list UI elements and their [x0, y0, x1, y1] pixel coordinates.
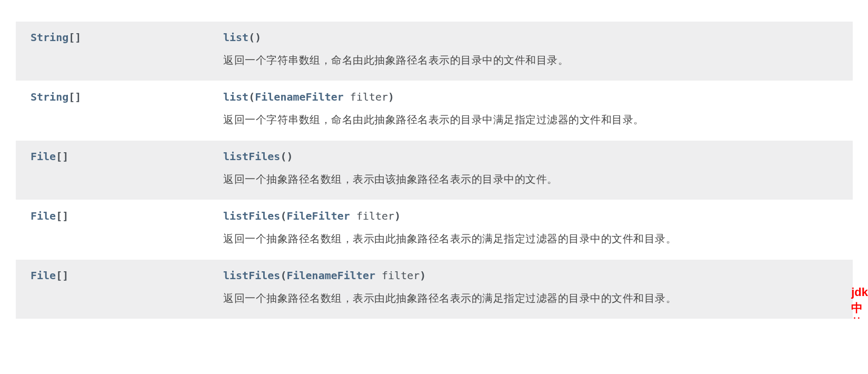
method-link[interactable]: list [223, 31, 248, 44]
param-name: filter [350, 210, 394, 222]
return-type-cell: String[] [31, 91, 223, 129]
table-row: File[]listFiles()返回一个抽象路径名数组，表示由该抽象路径名表示… [16, 140, 853, 200]
method-link[interactable]: listFiles [223, 150, 280, 163]
return-type-cell: File[] [31, 150, 223, 188]
method-link[interactable]: listFiles [223, 269, 280, 282]
paren-open: ( [248, 91, 255, 103]
return-type-suffix: [] [56, 269, 68, 282]
return-type-cell: File[] [31, 269, 223, 307]
table-row: File[]listFiles(FilenameFilter filter)返回… [16, 259, 853, 319]
return-type-link[interactable]: String [31, 91, 68, 103]
table-row: File[]listFiles(FileFilter filter)返回一个抽象… [16, 200, 853, 259]
sidebar-label: jdk 中 英 [851, 284, 868, 319]
method-cell: listFiles(FileFilter filter)返回一个抽象路径名数组，… [223, 210, 838, 248]
paren-open: ( [280, 150, 286, 163]
paren-close: ) [420, 269, 426, 282]
method-signature: listFiles(FilenameFilter filter) [223, 269, 838, 282]
method-signature: listFiles() [223, 150, 838, 163]
method-link[interactable]: list [223, 91, 248, 103]
return-type-suffix: [] [68, 91, 81, 103]
paren-close: ) [255, 31, 261, 44]
table-row: String[]list(FilenameFilter filter)返回一个字… [16, 81, 853, 140]
sidebar-line3: 英 [851, 316, 868, 319]
method-table: String[]list()返回一个字符串数组，命名由此抽象路径名表示的目录中的… [16, 21, 853, 319]
method-signature: listFiles(FileFilter filter) [223, 210, 838, 222]
table-row: String[]list()返回一个字符串数组，命名由此抽象路径名表示的目录中的… [16, 21, 853, 81]
return-type-link[interactable]: File [31, 150, 56, 163]
paren-open: ( [248, 31, 255, 44]
param-type-link[interactable]: FileFilter [286, 210, 350, 222]
paren-close: ) [286, 150, 293, 163]
param-type-link[interactable]: FilenameFilter [255, 91, 344, 103]
return-type-link[interactable]: String [31, 31, 68, 44]
return-type-link[interactable]: File [31, 269, 56, 282]
return-type-link[interactable]: File [31, 210, 56, 222]
method-description: 返回一个字符串数组，命名由此抽象路径名表示的目录中的文件和目录。 [223, 51, 771, 69]
return-type-cell: File[] [31, 210, 223, 248]
method-description: 返回一个字符串数组，命名由此抽象路径名表示的目录中满足指定过滤器的文件和目录。 [223, 111, 771, 129]
paren-close: ) [394, 210, 401, 222]
method-cell: list()返回一个字符串数组，命名由此抽象路径名表示的目录中的文件和目录。 [223, 31, 838, 69]
method-cell: listFiles(FilenameFilter filter)返回一个抽象路径… [223, 269, 838, 307]
method-link[interactable]: listFiles [223, 210, 280, 222]
return-type-cell: String[] [31, 31, 223, 69]
method-signature: list() [223, 31, 838, 44]
paren-close: ) [388, 91, 394, 103]
method-description: 返回一个抽象路径名数组，表示由此抽象路径名表示的满足指定过滤器的目录中的文件和目… [223, 230, 771, 248]
paren-open: ( [280, 210, 286, 222]
param-name: filter [344, 91, 388, 103]
method-cell: list(FilenameFilter filter)返回一个字符串数组，命名由… [223, 91, 838, 129]
return-type-suffix: [] [68, 31, 81, 44]
return-type-suffix: [] [56, 150, 68, 163]
method-signature: list(FilenameFilter filter) [223, 91, 838, 103]
method-description: 返回一个抽象路径名数组，表示由此抽象路径名表示的满足指定过滤器的目录中的文件和目… [223, 289, 771, 307]
param-name: filter [375, 269, 420, 282]
method-description: 返回一个抽象路径名数组，表示由该抽象路径名表示的目录中的文件。 [223, 170, 771, 188]
sidebar-line2: 中 [851, 300, 868, 316]
sidebar-line1: jdk [851, 284, 868, 300]
return-type-suffix: [] [56, 210, 68, 222]
paren-open: ( [280, 269, 286, 282]
method-cell: listFiles()返回一个抽象路径名数组，表示由该抽象路径名表示的目录中的文… [223, 150, 838, 188]
param-type-link[interactable]: FilenameFilter [286, 269, 375, 282]
